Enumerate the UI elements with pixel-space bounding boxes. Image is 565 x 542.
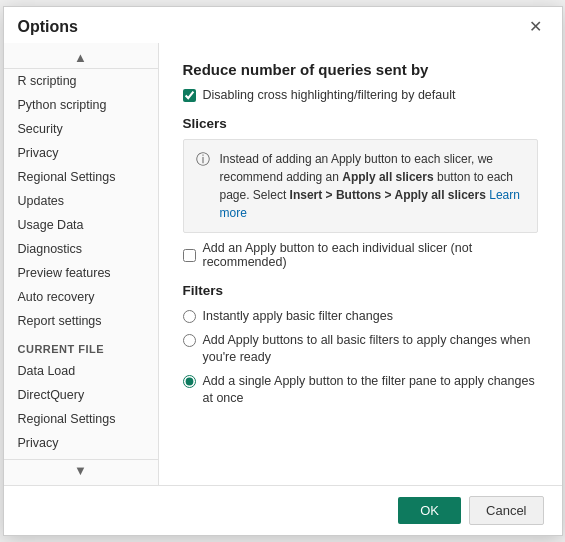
sidebar-item-python-scripting[interactable]: Python scripting	[4, 93, 158, 117]
sidebar-item-report-settings[interactable]: Report settings	[4, 309, 158, 333]
sidebar-scroll: R scripting Python scripting Security Pr…	[4, 69, 158, 459]
sidebar-item-regional-settings[interactable]: Regional Settings	[4, 165, 158, 189]
radio-add-apply-label[interactable]: Add Apply buttons to all basic filters t…	[203, 332, 538, 367]
slicer-apply-checkbox[interactable]	[183, 249, 196, 262]
filters-radio-group: Instantly apply basic filter changes Add…	[183, 308, 538, 408]
dialog-title: Options	[18, 18, 78, 36]
disabling-checkbox-row: Disabling cross highlighting/filtering b…	[183, 88, 538, 102]
radio-single-apply-label[interactable]: Add a single Apply button to the filter …	[203, 373, 538, 408]
sidebar-item-preview-features[interactable]: Preview features	[4, 261, 158, 285]
scroll-up-arrow[interactable]: ▲	[4, 47, 158, 69]
slicer-info-box: ⓘ Instead of adding an Apply button to e…	[183, 139, 538, 233]
slicer-info-text: Instead of adding an Apply button to eac…	[220, 150, 525, 222]
info-bold-1: Apply all slicers	[342, 170, 433, 184]
radio-row-add-apply: Add Apply buttons to all basic filters t…	[183, 332, 538, 367]
sidebar-item-directquery[interactable]: DirectQuery	[4, 383, 158, 407]
radio-row-single-apply: Add a single Apply button to the filter …	[183, 373, 538, 408]
sidebar-item-diagnostics[interactable]: Diagnostics	[4, 237, 158, 261]
main-content: Reduce number of queries sent by Disabli…	[159, 43, 562, 485]
radio-instant[interactable]	[183, 310, 196, 323]
disabling-checkbox-label[interactable]: Disabling cross highlighting/filtering b…	[203, 88, 456, 102]
sidebar-item-data-load[interactable]: Data Load	[4, 359, 158, 383]
radio-single-apply[interactable]	[183, 375, 196, 388]
disabling-checkbox[interactable]	[183, 89, 196, 102]
sidebar-item-security[interactable]: Security	[4, 117, 158, 141]
dialog-body: ▲ R scripting Python scripting Security …	[4, 43, 562, 485]
sidebar-item-regional-settings-file[interactable]: Regional Settings	[4, 407, 158, 431]
info-bold-2: Insert > Buttons > Apply all slicers	[290, 188, 486, 202]
sidebar-item-privacy-file[interactable]: Privacy	[4, 431, 158, 455]
sidebar-item-r-scripting[interactable]: R scripting	[4, 69, 158, 93]
title-bar: Options ✕	[4, 7, 562, 43]
slicer-apply-checkbox-row: Add an Apply button to each individual s…	[183, 241, 538, 269]
slicers-title: Slicers	[183, 116, 538, 131]
radio-row-instant: Instantly apply basic filter changes	[183, 308, 538, 326]
radio-instant-label[interactable]: Instantly apply basic filter changes	[203, 308, 393, 326]
dialog-footer: OK Cancel	[4, 485, 562, 535]
filters-title: Filters	[183, 283, 538, 298]
main-heading: Reduce number of queries sent by	[183, 61, 538, 78]
sidebar: ▲ R scripting Python scripting Security …	[4, 43, 159, 485]
close-button[interactable]: ✕	[523, 17, 548, 37]
radio-add-apply[interactable]	[183, 334, 196, 347]
sidebar-item-updates[interactable]: Updates	[4, 189, 158, 213]
scroll-down-arrow[interactable]: ▼	[4, 459, 158, 481]
sidebar-item-usage-data[interactable]: Usage Data	[4, 213, 158, 237]
options-dialog: Options ✕ ▲ R scripting Python scripting…	[3, 6, 563, 536]
sidebar-item-auto-recovery[interactable]: Auto recovery	[4, 285, 158, 309]
sidebar-item-privacy[interactable]: Privacy	[4, 141, 158, 165]
cancel-button[interactable]: Cancel	[469, 496, 543, 525]
slicer-apply-label[interactable]: Add an Apply button to each individual s…	[203, 241, 538, 269]
info-icon: ⓘ	[196, 151, 210, 222]
current-file-section-label: CURRENT FILE	[4, 333, 158, 359]
ok-button[interactable]: OK	[398, 497, 461, 524]
